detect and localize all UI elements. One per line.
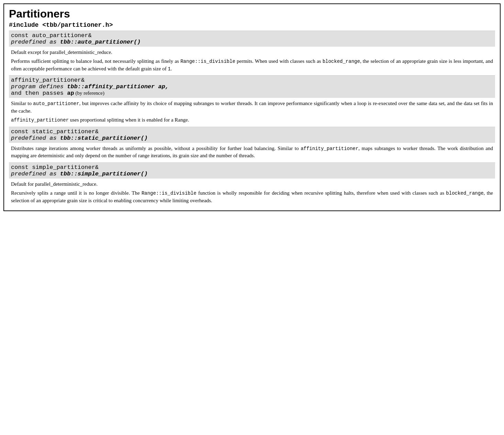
section-affinity-partitioner: affinity_partitioner& program defines tb… (9, 75, 495, 126)
auto-partitioner-prefix: predefined as (11, 39, 60, 45)
simple-partitioner-para2: Recursively splits a range until it is n… (11, 190, 493, 205)
section-auto-partitioner-body: Default except for parallel_deterministi… (9, 47, 495, 75)
static-partitioner-header-line2: predefined as tbb::static_partitioner() (11, 135, 493, 141)
affinity-partitioner-para2: affinity_partitioner uses proportional s… (11, 116, 493, 124)
static-partitioner-bold: tbb::static_partitioner() (60, 135, 148, 141)
ap-bold: ap (67, 90, 74, 96)
static-partitioner-header-line1: const static_partitioner& (11, 128, 493, 135)
page-title: Partitioners (9, 8, 495, 20)
auto-partitioner-para1: Default except for parallel_deterministi… (11, 49, 493, 56)
then-text: then (25, 90, 39, 96)
section-affinity-partitioner-body: Similar to auto_partitioner, but improve… (9, 98, 495, 126)
auto-partitioner-bold: tbb::auto_partitioner() (60, 39, 141, 45)
simple-partitioner-header-line1: const simple_partitioner& (11, 164, 493, 171)
auto-partitioner-header-line2: predefined as tbb::auto_partitioner() (11, 39, 493, 45)
auto-partitioner-header-line1: const auto_partitioner& (11, 32, 493, 39)
affinity-partitioner-prefix: program defines (11, 83, 67, 90)
include-line: #include <tbb/partitioner.h> (9, 22, 495, 28)
section-static-partitioner-body: Distributes range iterations among worke… (9, 143, 495, 163)
and-text: and (11, 90, 22, 96)
paren-text: (by reference) (74, 90, 104, 96)
affinity-partitioner-para1: Similar to auto_partitioner, but improve… (11, 100, 493, 115)
page-container: Partitioners #include <tbb/partitioner.h… (3, 3, 501, 211)
section-affinity-partitioner-header: affinity_partitioner& program defines tb… (9, 75, 495, 98)
auto-partitioner-para2: Performs sufficient splitting to balance… (11, 58, 493, 73)
affinity-partitioner-bold: tbb::affinity_partitioner ap, (67, 83, 169, 90)
affinity-partitioner-header-line3: and then passes ap (by reference) (11, 90, 493, 96)
section-simple-partitioner: const simple_partitioner& predefined as … (9, 162, 495, 207)
passes-text: passes (43, 90, 67, 96)
simple-partitioner-prefix: predefined as (11, 171, 60, 177)
static-partitioner-prefix: predefined as (11, 135, 60, 141)
section-auto-partitioner: const auto_partitioner& predefined as tb… (9, 31, 495, 75)
simple-partitioner-header-line2: predefined as tbb::simple_partitioner() (11, 171, 493, 177)
simple-partitioner-para1: Default for parallel_deterministic_reduc… (11, 181, 493, 188)
section-auto-partitioner-header: const auto_partitioner& predefined as tb… (9, 31, 495, 47)
simple-partitioner-bold: tbb::simple_partitioner() (60, 171, 148, 177)
section-simple-partitioner-body: Default for parallel_deterministic_reduc… (9, 179, 495, 207)
affinity-partitioner-header-line2: program defines tbb::affinity_partitione… (11, 83, 493, 90)
section-simple-partitioner-header: const simple_partitioner& predefined as … (9, 162, 495, 179)
affinity-partitioner-header-line1: affinity_partitioner& (11, 77, 493, 83)
static-partitioner-para1: Distributes range iterations among worke… (11, 145, 493, 160)
section-static-partitioner-header: const static_partitioner& predefined as … (9, 127, 495, 143)
section-static-partitioner: const static_partitioner& predefined as … (9, 127, 495, 163)
